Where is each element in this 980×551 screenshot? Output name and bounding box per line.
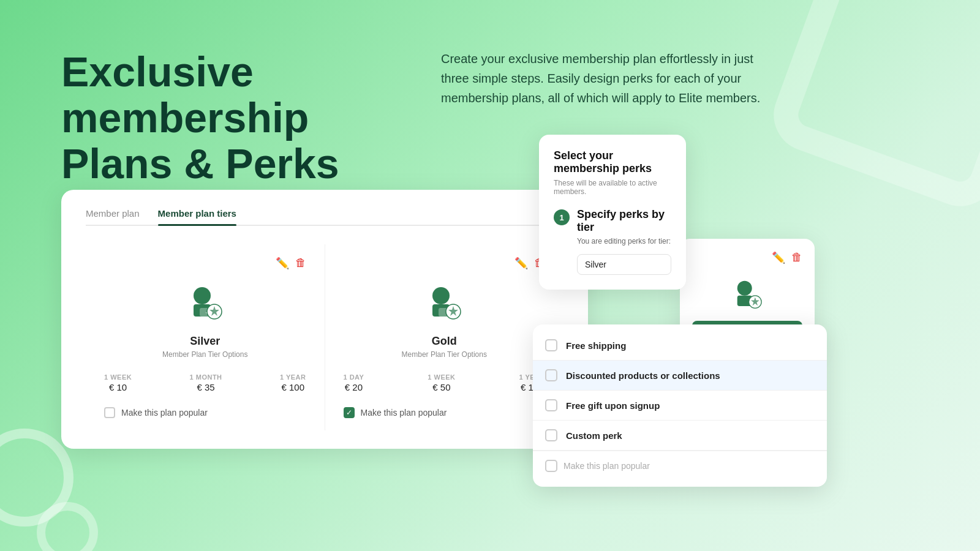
gold-price-week: 1 WEEK € 50	[428, 373, 455, 392]
perk-checkbox-free-shipping[interactable]	[545, 339, 557, 351]
gold-icon-wrap	[344, 282, 546, 325]
perk-item-free-shipping[interactable]: Free shipping	[533, 331, 827, 361]
tier-card-silver: ✏️ 🗑 Silver Member Plan Tier Options	[86, 244, 325, 430]
step-badge: 1	[554, 209, 570, 225]
gold-actions: ✏️ 🗑	[344, 257, 546, 270]
perk-checkbox-free-gift[interactable]	[545, 399, 557, 411]
perk-label-custom: Custom perk	[566, 430, 622, 441]
specify-perks-content: Specify perks by tier You are editing pe…	[577, 208, 671, 275]
gold-pricing: 1 DAY € 20 1 WEEK € 50 1 YEAR € 120	[344, 373, 546, 392]
specify-perks-row: 1 Specify perks by tier You are editing …	[554, 208, 671, 275]
perk-checkbox-custom[interactable]	[545, 429, 557, 441]
tier-card-gold: ✏️ 🗑 Gold Member Plan Tier Options 1 DAY…	[325, 244, 564, 430]
tier-name-input[interactable]	[577, 254, 671, 275]
silver-delete-icon[interactable]: 🗑	[295, 257, 306, 270]
tab-member-plan-tiers[interactable]: Member plan tiers	[158, 208, 236, 225]
silver-edit-icon[interactable]: ✏️	[276, 257, 289, 270]
perks-bottom-bar: Make this plan popular	[533, 451, 827, 481]
gold-subtitle: Member Plan Tier Options	[344, 350, 546, 359]
silver-name: Silver	[104, 335, 306, 348]
svg-point-11	[737, 281, 752, 296]
silver-popular-row: Make this plan popular	[104, 407, 306, 418]
deco-top-right	[763, 0, 980, 217]
tab-member-plan[interactable]: Member plan	[86, 208, 140, 225]
perks-select-card: Select your membership perks These will …	[539, 135, 686, 290]
perk-label-free-shipping: Free shipping	[566, 340, 626, 351]
svg-point-6	[432, 287, 450, 304]
main-card: Member plan Member plan tiers ✏️ 🗑	[61, 190, 588, 449]
tier-edit-actions: ✏️ 🗑	[692, 251, 802, 264]
perks-select-title: Select your membership perks	[554, 149, 671, 175]
gold-edit-icon[interactable]: ✏️	[514, 257, 528, 270]
perk-item-free-gift[interactable]: Free gift upon signup	[533, 391, 827, 421]
perks-select-subtitle: These will be available to active member…	[554, 179, 671, 196]
tier-edit-edit-icon[interactable]: ✏️	[772, 251, 785, 264]
silver-icon-wrap	[104, 282, 306, 325]
page-title: Exclusive membership Plans & Perks	[61, 49, 404, 186]
silver-price-week: 1 WEEK € 10	[104, 373, 132, 392]
tiers-container: ✏️ 🗑 Silver Member Plan Tier Options	[86, 244, 564, 430]
hero-description: Create your exclusive membership plan ef…	[441, 49, 784, 108]
silver-pricing: 1 WEEK € 10 1 MONTH € 35 1 YEAR € 100	[104, 373, 306, 392]
gold-icon	[423, 282, 466, 325]
deco-bottom-left-2	[37, 502, 98, 551]
gold-popular-checkbox[interactable]	[344, 407, 355, 418]
deco-bottom-left	[0, 429, 74, 527]
perks-bottom-text: Make this plan popular	[564, 461, 650, 471]
tabs-bar: Member plan Member plan tiers	[86, 208, 564, 226]
gold-popular-row: Make this plan popular	[344, 407, 546, 418]
silver-price-month: 1 MONTH € 35	[190, 373, 222, 392]
svg-point-0	[194, 287, 211, 304]
hero-section: Exclusive membership Plans & Perks	[61, 49, 404, 211]
specify-perks-desc: You are editing perks for tier:	[577, 236, 671, 247]
perk-item-discounted[interactable]: Discounted products or collections	[533, 361, 827, 391]
perk-label-discounted: Discounted products or collections	[566, 370, 720, 381]
silver-popular-label: Make this plan popular	[121, 408, 208, 418]
gold-popular-label: Make this plan popular	[361, 408, 447, 418]
tier-edit-delete-icon[interactable]: 🗑	[791, 251, 802, 264]
gold-price-day: 1 DAY € 20	[344, 373, 364, 392]
perk-item-custom[interactable]: Custom perk	[533, 421, 827, 451]
silver-subtitle: Member Plan Tier Options	[104, 350, 306, 359]
silver-actions: ✏️ 🗑	[104, 257, 306, 270]
silver-popular-checkbox[interactable]	[104, 407, 115, 418]
tier-edit-icon	[729, 277, 766, 313]
perk-checkbox-discounted[interactable]	[545, 369, 557, 381]
silver-icon	[184, 282, 227, 325]
perk-label-free-gift: Free gift upon signup	[566, 400, 660, 411]
perks-list-card: Free shipping Discounted products or col…	[533, 324, 827, 487]
gold-name: Gold	[344, 335, 546, 348]
specify-perks-title: Specify perks by tier	[577, 208, 671, 234]
silver-price-year: 1 YEAR € 100	[280, 373, 306, 392]
perks-bottom-checkbox[interactable]	[545, 460, 557, 472]
